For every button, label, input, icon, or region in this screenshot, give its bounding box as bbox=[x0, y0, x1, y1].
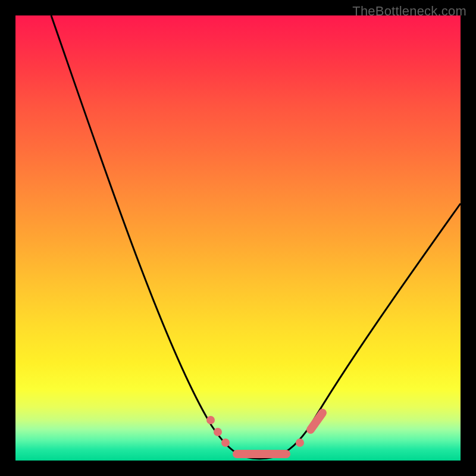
chart-frame: TheBottleneck.com bbox=[0, 0, 476, 476]
marker-dot bbox=[206, 416, 215, 424]
marker-dot bbox=[296, 439, 304, 447]
bottleneck-curve-svg bbox=[15, 15, 461, 461]
marker-dot bbox=[214, 428, 222, 436]
marker-segment bbox=[311, 413, 322, 430]
plot-area bbox=[15, 15, 461, 461]
watermark-label: TheBottleneck.com bbox=[352, 4, 466, 19]
bottleneck-curve bbox=[51, 15, 461, 459]
marker-dot bbox=[221, 439, 230, 447]
